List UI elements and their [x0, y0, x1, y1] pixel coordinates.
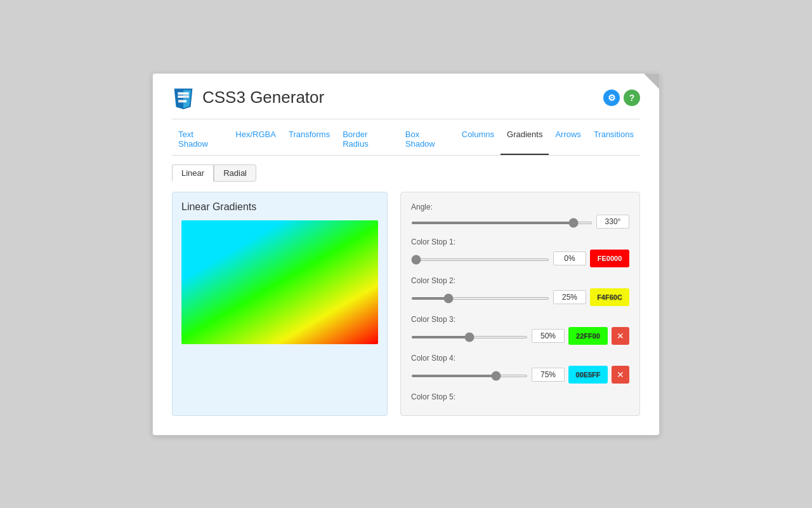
nav-transforms[interactable]: Transforms — [282, 127, 336, 155]
color-stop-2-slider-container — [411, 292, 549, 302]
color-stop-4-control: Color Stop 4: 00E5FF ✕ — [411, 354, 629, 384]
main-window: CSS3 Generator ⚙ ? Text Shadow Hex/RGBA … — [152, 73, 660, 436]
color-stop-1-control: Color Stop 1: FE0000 — [411, 237, 629, 267]
color-stop-1-position-input[interactable] — [553, 251, 586, 265]
angle-input[interactable] — [596, 215, 629, 229]
color-stop-2-swatch[interactable]: F4F60C — [590, 288, 629, 306]
nav-box-shadow[interactable]: Box Shadow — [399, 127, 455, 155]
color-stop-3-slider[interactable] — [411, 336, 528, 338]
corner-fold — [644, 74, 659, 89]
nav-columns[interactable]: Columns — [455, 127, 501, 155]
color-stop-1-swatch[interactable]: FE0000 — [590, 250, 629, 267]
color-stop-4-slider[interactable] — [411, 375, 528, 377]
color-stop-4-slider-container — [411, 370, 528, 379]
header: CSS3 Generator ⚙ ? — [172, 86, 640, 119]
color-stop-2-control: Color Stop 2: F4F60C — [411, 276, 629, 306]
angle-label: Angle: — [411, 203, 629, 211]
left-panel: Linear Gradients — [172, 192, 388, 416]
header-icons: ⚙ ? — [603, 90, 640, 106]
svg-rect-4 — [178, 92, 188, 95]
help-icon[interactable]: ? — [624, 90, 640, 106]
tab-radial[interactable]: Radial — [214, 164, 256, 182]
color-stop-4-remove-button[interactable]: ✕ — [612, 366, 629, 384]
settings-icon[interactable]: ⚙ — [603, 90, 620, 106]
color-stop-3-label: Color Stop 3: — [411, 315, 629, 324]
angle-inputs — [411, 215, 629, 229]
nav-hex-rgba[interactable]: Hex/RGBA — [229, 127, 282, 155]
color-stop-4-inputs: 00E5FF ✕ — [411, 366, 629, 384]
color-stop-1-inputs: FE0000 — [411, 250, 629, 267]
main-nav: Text Shadow Hex/RGBA Transforms Border R… — [172, 119, 640, 156]
gradient-preview — [181, 220, 378, 344]
color-stop-1-slider-container — [411, 253, 549, 263]
color-stop-3-inputs: 22FF00 ✕ — [411, 327, 629, 345]
header-left: CSS3 Generator — [172, 86, 324, 109]
nav-transitions[interactable]: Transitions — [587, 127, 640, 155]
panel-title: Linear Gradients — [181, 201, 378, 213]
angle-slider[interactable] — [411, 222, 593, 224]
color-stop-2-slider[interactable] — [411, 297, 549, 300]
gradient-tabs: Linear Radial — [172, 164, 640, 182]
color-stop-5-control: Color Stop 5: — [411, 392, 629, 401]
color-stop-2-label: Color Stop 2: — [411, 276, 629, 285]
svg-marker-6 — [183, 95, 189, 98]
angle-control: Angle: — [411, 203, 629, 229]
color-stop-3-position-input[interactable] — [532, 329, 565, 343]
color-stop-1-slider[interactable] — [411, 258, 549, 261]
nav-gradients[interactable]: Gradients — [501, 127, 549, 155]
color-stop-4-label: Color Stop 4: — [411, 354, 629, 363]
color-stop-2-position-input[interactable] — [553, 290, 586, 304]
color-stop-5-label: Color Stop 5: — [411, 392, 629, 401]
css3-logo — [172, 86, 195, 109]
color-stop-3-control: Color Stop 3: 22FF00 ✕ — [411, 315, 629, 345]
color-stop-1-label: Color Stop 1: — [411, 237, 629, 246]
right-panel: Angle: Color Stop 1: FE0000 — [400, 192, 640, 416]
color-stop-4-position-input[interactable] — [532, 368, 565, 382]
color-stop-3-remove-button[interactable]: ✕ — [612, 327, 629, 345]
color-stop-3-slider-container — [411, 331, 528, 340]
svg-marker-5 — [178, 100, 183, 102]
content-area: Linear Gradients Angle: Color Stop 1: — [172, 192, 640, 416]
color-stop-2-inputs: F4F60C — [411, 288, 629, 306]
color-stop-3-swatch[interactable]: 22FF00 — [568, 327, 608, 345]
tab-linear[interactable]: Linear — [172, 164, 214, 182]
nav-arrows[interactable]: Arrows — [549, 127, 587, 155]
nav-border-radius[interactable]: Border Radius — [336, 127, 399, 155]
app-title: CSS3 Generator — [202, 88, 324, 107]
color-stop-4-swatch[interactable]: 00E5FF — [568, 366, 608, 384]
angle-slider-container — [411, 217, 593, 226]
nav-text-shadow[interactable]: Text Shadow — [172, 127, 229, 155]
